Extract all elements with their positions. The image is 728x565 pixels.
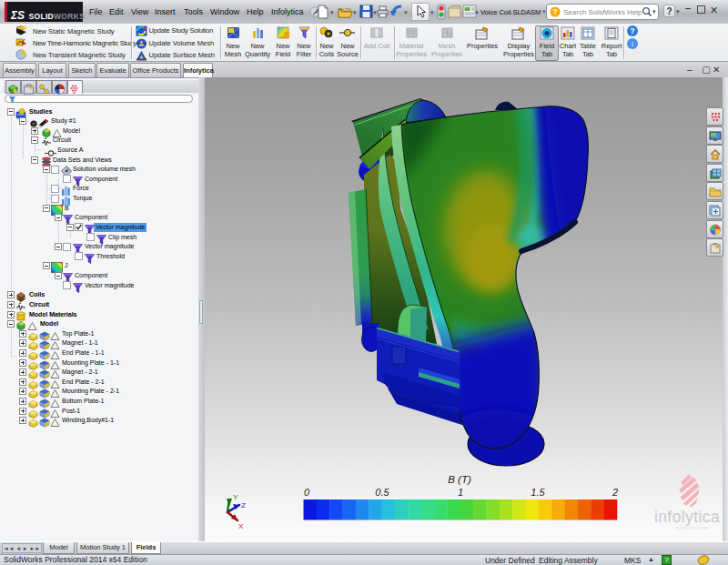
svg-text:1.5: 1.5	[531, 487, 545, 498]
svg-text:?: ?	[552, 7, 558, 16]
svg-text:2: 2	[612, 487, 618, 498]
svg-text:0.5: 0.5	[375, 487, 389, 498]
svg-text:B (T): B (T)	[448, 474, 471, 485]
svg-text:corporation: corporation	[676, 525, 709, 530]
svg-text:1: 1	[458, 487, 463, 498]
svg-text:0: 0	[304, 487, 310, 498]
svg-text:Y: Y	[233, 493, 238, 501]
svg-text:Z: Z	[241, 501, 246, 510]
svg-text:X: X	[238, 522, 244, 530]
svg-text:infolytica: infolytica	[654, 508, 720, 526]
